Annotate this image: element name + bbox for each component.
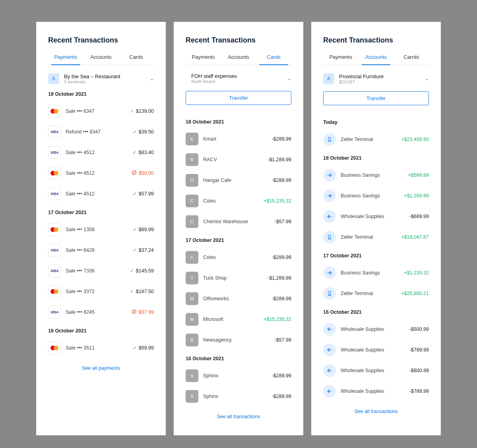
transaction-row[interactable]: VISASale ••• 7336✓$145.59 [48,261,154,281]
tab-payments[interactable]: Payments [48,54,83,65]
transaction-row[interactable]: VISASale ••• 4512✓$57.99 [48,183,154,204]
transaction-label: Chemist Warehouse [203,219,275,224]
transaction-amount: -$289.99 [272,255,291,260]
transaction-row[interactable]: SSphinx-$289.99 [186,386,291,407]
transaction-row[interactable]: Sale ••• 6347✓$139.00 [48,101,154,122]
transaction-label: Sphinx [203,394,272,399]
transaction-row[interactable]: Sale ••• 4512$50.00 [48,163,154,183]
transaction-amount: ✓$139.00 [130,108,154,114]
chevron-down-icon: ⌄ [425,76,429,81]
merchant-letter-icon: M [186,313,198,326]
transaction-row[interactable]: HHangar Cafe-$289.99 [186,170,291,191]
date-heading: 18 October 2021 [48,91,154,97]
transaction-label: Wholesale Supplies [341,214,409,219]
transaction-row[interactable]: Business Savings+$1,235.32 [323,263,429,283]
transaction-row[interactable]: Wholesale Supplies-$600.99 [323,360,429,381]
transaction-label: Refund ••• 6347 [66,129,133,135]
date-heading: 16 October 2021 [48,328,154,334]
transaction-amount: -$289.99 [272,373,291,378]
transaction-row[interactable]: VISARefund ••• 6347✓$39.50 [48,122,154,142]
date-heading: 16 October 2021 [323,309,429,315]
check-icon: ✓ [130,289,134,294]
tab-payments[interactable]: Payments [186,54,221,65]
transaction-row[interactable]: Zeller Terminal+$23,458.90 [323,129,429,150]
tab-cards[interactable]: Carrds [394,54,429,65]
transaction-row[interactable]: VISASale ••• 4512✓$83.40 [48,142,154,163]
tab-payments[interactable]: Payments [323,54,359,65]
transaction-row[interactable]: Wholesale Supplies-$500.99 [323,319,429,340]
transaction-row[interactable]: CColes-$289.99 [186,247,291,268]
transaction-row[interactable]: CChemist Warehouse-$57.99 [186,211,291,232]
merchant-letter-icon: C [186,251,198,264]
see-all-link[interactable]: See all transactions [186,414,291,419]
transaction-row[interactable]: RRACV-$1,289.99 [186,149,291,170]
transaction-amount: +$19,047.87 [401,234,429,240]
transaction-row[interactable]: KKmart-$289.99 [186,129,291,149]
entity-name: By the Sea – Restaurant [64,73,150,79]
transaction-row[interactable]: VISASale ••• 6426✓$37.24 [48,240,154,261]
transaction-amount: -$689.99 [409,214,429,219]
tab-accounts[interactable]: Accounts [359,54,394,65]
entity-selector[interactable]: A By the Sea – Restaurant 3 terminals ⌄ [48,73,154,84]
check-icon: ✓ [133,227,137,232]
transaction-row[interactable]: SSphinx-$289.99 [186,365,291,386]
terminal-icon [323,287,336,300]
transaction-row[interactable]: MMicrosoft+$15,235.32 [186,309,291,330]
merchant-letter-icon: B [186,334,198,346]
transaction-amount: ✓$89.99 [133,227,154,232]
transaction-label: Sale ••• 7336 [66,268,130,274]
check-icon: ✓ [133,345,137,351]
transaction-row[interactable]: Wholesale Supplies-$689.99 [323,206,429,227]
transaction-row[interactable]: Wholesale Supplies-$789.99 [323,340,429,360]
transaction-label: Sale ••• 6347 [66,108,130,114]
transaction-row[interactable]: CColes+$15,235.32 [186,191,291,211]
tabs: Payments Accounts Cards [48,54,154,65]
transaction-row[interactable]: Wholesale Supplies-$789.99 [323,381,429,402]
svg-line-3 [133,310,136,313]
mastercard-icon [48,167,61,180]
transaction-amount: +$1,235.32 [404,270,429,276]
terminal-icon [323,231,336,243]
transaction-amount: +$25,800.21 [401,291,429,296]
transaction-row[interactable]: Sale ••• 3511✓$59.99 [48,338,154,358]
transaction-row[interactable]: MOfficeworks-$289.99 [186,288,291,309]
transaction-row[interactable]: Zeller Terminal+$25,800.21 [323,283,429,304]
transaction-label: Sale ••• 3511 [66,345,133,351]
transaction-row[interactable]: VISASale ••• 8245$57.99 [48,302,154,322]
tab-cards[interactable]: Cards [118,54,154,65]
transaction-amount: -$500.99 [409,326,429,332]
transaction-row[interactable]: TTuck Shop-$1,289.99 [186,268,291,288]
merchant-letter-icon: H [186,174,198,187]
date-heading: Today [323,120,429,125]
merchant-letter-icon: C [186,215,198,228]
transaction-row[interactable]: BNewsagency-$57.99 [186,330,291,350]
transaction-amount: +$589.99 [408,172,429,178]
transaction-label: Sale ••• 8245 [66,309,132,315]
tab-accounts[interactable]: Accounts [221,54,256,65]
arrow-left-icon [323,323,336,336]
entity-selector[interactable]: FOH staff expenses North Beach ⌄ [186,73,291,84]
transaction-amount: -$289.99 [272,178,291,183]
terminal-icon [323,133,336,146]
transfer-button[interactable]: Transfer [186,91,291,105]
entity-selector[interactable]: A Provincial Furniture $23,567 ⌄ [323,73,429,84]
visa-icon: VISA [48,126,61,138]
transfer-button[interactable]: Transfer [323,91,429,105]
entity-sub: North Beach [191,79,287,84]
transaction-amount: $50.00 [132,170,154,176]
date-heading: 16 October 2021 [186,356,291,361]
panel-payments: Recent Transactions Payments Accounts Ca… [36,22,166,435]
see-all-link[interactable]: See all payments [48,365,154,371]
transaction-row[interactable]: Business Savings+$1,289.99 [323,185,429,206]
tab-accounts[interactable]: Accounts [83,54,119,65]
transaction-row[interactable]: Business Savings+$589.99 [323,165,429,185]
tab-cards[interactable]: Cards [256,54,291,65]
see-all-link[interactable]: See all transactions [323,409,429,414]
visa-icon: VISA [48,187,61,200]
entity-sub: 3 terminals [64,79,150,84]
transaction-row[interactable]: Sale ••• 1356✓$89.99 [48,219,154,240]
transaction-row[interactable]: Sale ••• 3372✓$187.50 [48,281,154,302]
mastercard-icon [48,105,61,118]
transaction-label: Sale ••• 4512 [66,150,133,155]
transaction-row[interactable]: Zeller Terminal+$19,047.87 [323,227,429,247]
